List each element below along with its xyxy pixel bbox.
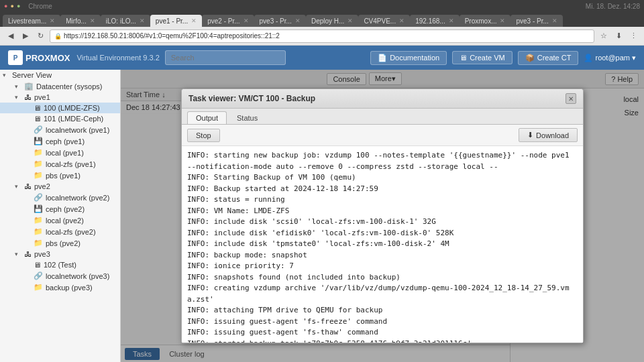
modal-title: Task viewer: VM/CT 100 - Backup [189, 94, 315, 103]
user-dropdown-icon: ▾ [632, 54, 636, 62]
browser-tab-deploy[interactable]: Deploy H...✕ [306, 15, 358, 27]
sidebar-item-vm101[interactable]: 🖥 101 (LMDE-Ceph) [0, 113, 120, 124]
log-line-10: INFO: ionice priority: 7 [187, 261, 578, 272]
localzfs-pve1-icon: 📁 [34, 160, 43, 168]
datacenter-label: Datacenter (sysops) [36, 82, 102, 90]
pve3-node-icon: 🖧 [24, 250, 32, 258]
sidebar-item-pve1[interactable]: ▾ 🖧 pve1 [0, 92, 120, 103]
user-menu[interactable]: 👤 root@pam ▾ [584, 54, 636, 62]
localnet-pve1-icon: 🔗 [34, 125, 43, 134]
reload-button[interactable]: ↻ [35, 31, 46, 42]
local-pve2-label: local (pve2) [46, 217, 84, 225]
server-view-label: Server View [12, 71, 52, 79]
log-line-6: INFO: include disk 'scsi0' 'local-zfs:vm… [187, 217, 578, 228]
log-line-16: INFO: started backup task 'e78a7b0c-5358… [187, 339, 578, 343]
sidebar-item-ceph-pve1[interactable]: 💾 ceph (pve1) [0, 135, 120, 147]
modal-tab-output[interactable]: Output [187, 111, 227, 124]
pve1-node-icon: 🖧 [24, 93, 32, 101]
forward-button[interactable]: ▶ [20, 31, 31, 42]
sidebar-item-pve3[interactable]: ▾ 🖧 pve3 [0, 249, 120, 259]
localnet-pve3-label: localnetwork (pve3) [46, 272, 109, 280]
browser-nav-bar: ◀ ▶ ↻ 🔒 https://192.168.50.21:8006/#v1:0… [0, 27, 644, 46]
log-line-8: INFO: include disk 'tpmstate0' 'local-zf… [187, 239, 578, 250]
log-line-4: INFO: status = running [187, 194, 578, 206]
sidebar-item-pbs-pve2[interactable]: 📁 pbs (pve2) [0, 237, 120, 249]
vm101-label: 101 (LMDE-Ceph) [44, 115, 103, 123]
username: root@pam [595, 54, 630, 62]
sidebar-item-pbs-pve1[interactable]: 📁 pbs (pve1) [0, 170, 120, 181]
sidebar-item-localnet-pve3[interactable]: 🔗 localnetwork (pve3) [0, 270, 120, 282]
sidebar-item-server-view[interactable]: ▾ Server View [0, 70, 120, 80]
proxmox-logo: P PROXMOX [8, 50, 70, 65]
log-line-15: INFO: issuing guest-agent 'fs-thaw' comm… [187, 327, 578, 339]
pbs-pve2-icon: 📁 [34, 239, 43, 247]
pve2-label: pve2 [34, 182, 50, 190]
modal-tab-status[interactable]: Status [228, 111, 266, 124]
sidebar-item-vm102[interactable]: 🖥 102 (Test) [0, 259, 120, 270]
browser-tab-cv4pve[interactable]: CV4PVE...✕ [358, 15, 410, 27]
modal-tabs: Output Status [182, 109, 583, 125]
localzfs-pve1-label: local-zfs (pve1) [46, 160, 96, 168]
localnet-pve2-icon: 🔗 [34, 193, 43, 202]
toggle-pve3-icon: ▾ [15, 251, 21, 257]
sidebar-item-local-pve2[interactable]: 📁 local (pve2) [0, 215, 120, 226]
sidebar-item-local-pve1[interactable]: 📁 local (pve1) [0, 147, 120, 158]
download-nav-button[interactable]: ⬇ [613, 31, 624, 42]
star-button[interactable]: ☆ [598, 31, 609, 42]
browser-tab-192[interactable]: 192.168...✕ [410, 15, 459, 27]
localnet-pve1-label: localnetwork (pve1) [46, 126, 109, 134]
localzfs-pve2-label: local-zfs (pve2) [46, 228, 96, 236]
sidebar-item-pve2[interactable]: ▾ 🖧 pve2 [0, 181, 120, 192]
vm101-icon: 🖥 [34, 115, 41, 123]
browser-tab-pve1[interactable]: pve1 - Pr...✕ [150, 15, 202, 27]
toggle-pve1-icon: ▾ [15, 94, 21, 101]
modal-close-button[interactable]: ✕ [566, 93, 576, 104]
browser-tab-livestream[interactable]: Livestream...✕ [3, 15, 60, 27]
documentation-button[interactable]: 📄 Documentation [370, 51, 447, 65]
localzfs-pve2-icon: 📁 [34, 227, 43, 236]
back-button[interactable]: ◀ [5, 31, 16, 42]
create-ct-button[interactable]: 📦 Create CT [518, 51, 579, 65]
settings-button[interactable]: ⋮ [628, 31, 639, 42]
ceph-pve2-icon: 💾 [34, 204, 43, 213]
vm100-icon: 🖥 [34, 104, 41, 112]
browser-tab-pve3b[interactable]: pve3 - Pr...✕ [511, 15, 562, 27]
log-line-7: INFO: include disk 'efidisk0' 'local-zfs… [187, 228, 578, 239]
docs-icon: 📄 [378, 54, 387, 62]
sidebar-item-ceph-pve2[interactable]: 💾 ceph (pve2) [0, 203, 120, 215]
sidebar-item-localzfs-pve2[interactable]: 📁 local-zfs (pve2) [0, 226, 120, 237]
sidebar-item-vm100[interactable]: 🖥 100 (LMDE-ZFS) [0, 103, 120, 113]
sidebar-item-backup-pve3[interactable]: 📁 backup (pve3) [0, 282, 120, 293]
content-area: Console More▾ ? Help [121, 70, 644, 362]
vm102-label: 102 (Test) [44, 261, 76, 269]
log-line-3: INFO: Backup started at 2024-12-18 14:27… [187, 184, 578, 195]
browser-tab-ilo[interactable]: iLO: iLO...✕ [101, 15, 150, 27]
stop-button[interactable]: Stop [187, 129, 220, 142]
toggle-icon: ▾ [3, 72, 9, 78]
ceph-pve1-label: ceph (pve1) [46, 137, 85, 145]
browser-tabs-bar: Livestream...✕ Mirfo...✕ iLO: iLO...✕ pv… [0, 12, 644, 27]
download-button[interactable]: ⬇ Download [519, 128, 578, 142]
app-version: Virtual Environment 9.3.2 [76, 54, 159, 62]
sidebar-item-localzfs-pve1[interactable]: 📁 local-zfs (pve1) [0, 158, 120, 170]
log-line-12: INFO: creating vzdump archive '/var/lib/… [187, 283, 578, 305]
localnet-pve2-label: localnetwork (pve2) [46, 194, 109, 202]
sidebar-item-datacenter[interactable]: ▾ 🏢 Datacenter (sysops) [0, 80, 120, 92]
ceph-pve1-icon: 💾 [34, 137, 43, 145]
ct-icon: 📦 [525, 54, 535, 62]
sidebar-item-localnet-pve1[interactable]: 🔗 localnetwork (pve1) [0, 124, 120, 135]
browser-tab-pve3[interactable]: pve3 - Pr...✕ [254, 15, 306, 27]
sidebar-item-localnet-pve2[interactable]: 🔗 localnetwork (pve2) [0, 192, 120, 203]
search-input[interactable] [165, 50, 286, 65]
create-vm-button[interactable]: 🖥 Create VM [452, 51, 513, 64]
address-bar[interactable]: 🔒 https://192.168.50.21:8006/#v1:0=qemu%… [50, 29, 594, 43]
browser-tab-pve2[interactable]: pve2 - Pr...✕ [202, 15, 254, 27]
browser-tab-mirfo[interactable]: Mirfo...✕ [60, 15, 101, 27]
log-line-14: INFO: issuing guest-agent 'fs-freeze' co… [187, 316, 578, 328]
browser-datetime: Mi. 18. Dez. 14:28 [586, 3, 640, 10]
pbs-pve1-label: pbs (pve1) [46, 172, 80, 180]
toggle-icon: ▾ [15, 83, 21, 90]
toggle-pve2-icon: ▾ [15, 183, 21, 190]
browser-tab-proxmox[interactable]: Proxmox...✕ [460, 15, 511, 27]
lock-icon: 🔒 [54, 33, 62, 40]
